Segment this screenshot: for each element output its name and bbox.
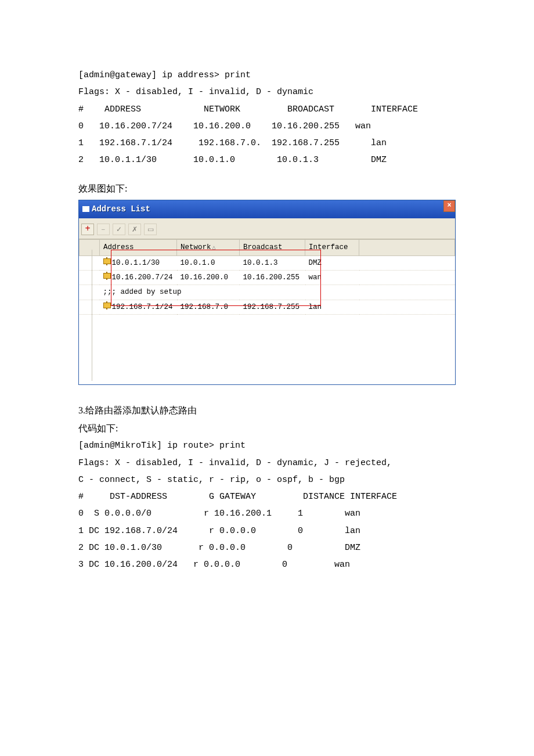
- cmd-line: [admin@MikroTik] ip route> print: [78, 437, 456, 454]
- column-divider: [92, 250, 92, 381]
- comment-button[interactable]: ▭: [144, 224, 157, 235]
- addr-header: # ADDRESS NETWORK BROADCAST INTERFACE: [78, 101, 456, 118]
- section3-heading: 3.给路由器添加默认静态路由: [78, 401, 456, 419]
- route-row: 0 S 0.0.0.0/0 r 10.16.200.1 1 wan: [78, 505, 456, 522]
- address-list-window: Address List × + − ✓ ✗ ▭ Address Network…: [78, 200, 456, 385]
- toolbar: + − ✓ ✗ ▭: [79, 218, 455, 239]
- address-table: Address Network△ Broadcast Interface 10.…: [79, 239, 455, 315]
- table-row[interactable]: 10.0.1.1/30 10.0.1.0 10.0.1.3 DMZ: [80, 255, 455, 270]
- addr-row: 0 10.16.200.7/24 10.16.200.0 10.16.200.2…: [78, 118, 456, 135]
- enable-button[interactable]: ✓: [113, 224, 125, 235]
- add-button[interactable]: +: [81, 224, 94, 235]
- col-interface[interactable]: Interface: [305, 240, 359, 255]
- ip-address-print-output: [admin@gateway] ip address> print Flags:…: [78, 67, 456, 169]
- address-icon: [103, 258, 111, 264]
- table-area: Address Network△ Broadcast Interface 10.…: [79, 239, 455, 384]
- addr-row: 2 10.0.1.1/30 10.0.1.0 10.0.1.3 DMZ: [78, 152, 456, 168]
- route-row: 3 DC 10.16.200.0/24 r 0.0.0.0 0 wan: [78, 556, 456, 573]
- col-network[interactable]: Network△: [177, 240, 240, 255]
- window-titlebar[interactable]: Address List ×: [79, 200, 455, 218]
- route-row: 1 DC 192.168.7.0/24 r 0.0.0.0 0 lan: [78, 523, 456, 539]
- route-row: 2 DC 10.0.1.0/30 r 0.0.0.0 0 DMZ: [78, 539, 456, 556]
- addr-row: 1 192.168.7.1/24 192.168.7.0. 192.168.7.…: [78, 135, 456, 152]
- flags-line: Flags: X - disabled, I - invalid, D - dy…: [78, 84, 456, 100]
- col-spare: [359, 240, 455, 255]
- close-icon[interactable]: ×: [443, 200, 455, 212]
- remove-button[interactable]: −: [97, 224, 110, 235]
- route-header: # DST-ADDRESS G GATEWAY DISTANCE INTERFA…: [78, 488, 456, 505]
- table-header-row: Address Network△ Broadcast Interface: [80, 240, 455, 255]
- comment-row: ;;; added by setup: [80, 285, 455, 300]
- table-row[interactable]: 10.16.200.7/24 10.16.200.0 10.16.200.255…: [80, 270, 455, 285]
- window-title: Address List: [92, 204, 150, 214]
- sort-icon: △: [211, 244, 216, 251]
- col-address[interactable]: Address: [100, 240, 177, 255]
- disable-button[interactable]: ✗: [128, 224, 141, 235]
- col-broadcast[interactable]: Broadcast: [240, 240, 305, 255]
- code-caption: 代码如下:: [78, 419, 456, 437]
- window-icon: [82, 206, 89, 212]
- address-icon: [103, 273, 111, 279]
- address-icon: [103, 303, 111, 308]
- table-row[interactable]: 192.168.7.1/24 192.168.7.0 192.168.7.255…: [80, 300, 455, 314]
- flags-line1: Flags: X - disabled, I - invalid, D - dy…: [78, 455, 456, 471]
- effect-caption: 效果图如下:: [78, 179, 456, 197]
- flags-line2: C - connect, S - static, r - rip, o - os…: [78, 471, 456, 488]
- ip-route-print-output: [admin@MikroTik] ip route> print Flags: …: [78, 437, 456, 573]
- cmd-line: [admin@gateway] ip address> print: [78, 67, 456, 84]
